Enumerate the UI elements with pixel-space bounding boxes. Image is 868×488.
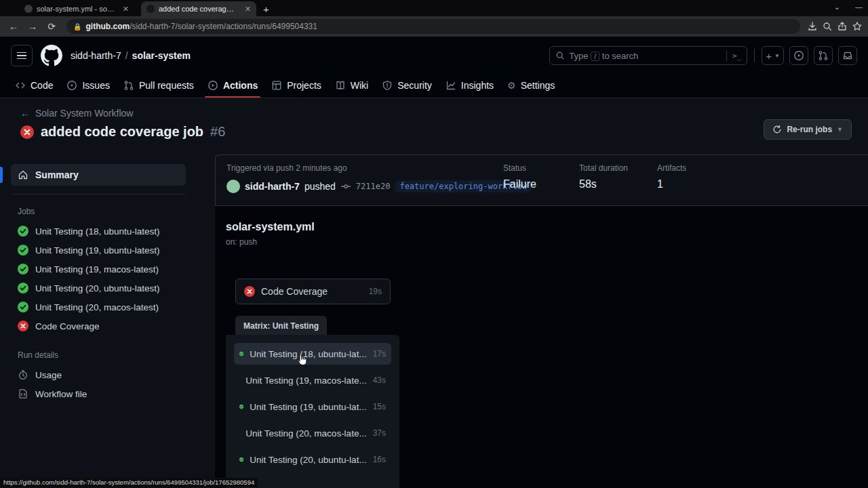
avatar[interactable] xyxy=(226,180,240,193)
active-indicator xyxy=(0,167,3,183)
gear-icon: ⚙ xyxy=(507,80,516,91)
run-header: ← Solar System Workflow added code cover… xyxy=(0,98,868,140)
duration-label: Total duration xyxy=(579,163,628,173)
code-icon xyxy=(15,80,26,91)
reload-button[interactable]: ⟳ xyxy=(43,21,60,32)
sidebar-job-item[interactable]: Unit Testing (19, macos-latest) xyxy=(11,260,204,279)
browser-tab-active[interactable]: added code coverage job - sidd ✕ xyxy=(141,1,256,16)
sidebar-job-item[interactable]: Unit Testing (19, ubuntu-latest) xyxy=(11,241,204,260)
job-duration: 19s xyxy=(369,287,382,296)
browser-tab-inactive[interactable]: solar-system.yml - solar-system ✕ xyxy=(19,1,134,16)
run-number: #6 xyxy=(210,124,225,140)
run-title: added code coverage job xyxy=(41,124,203,140)
tab-wiki[interactable]: Wiki xyxy=(328,75,375,98)
play-circle-icon xyxy=(208,80,218,91)
workflow-trigger: on: push xyxy=(226,237,868,247)
artifacts-label: Artifacts xyxy=(657,163,686,173)
tab-favicon xyxy=(24,5,33,13)
sidebar-job-item[interactable]: Unit Testing (18, ubuntu-latest) xyxy=(11,222,204,241)
tab-pull-requests[interactable]: Pull requests xyxy=(117,75,201,98)
search-placeholder: Type / to search xyxy=(569,51,638,61)
tab-projects[interactable]: Projects xyxy=(264,75,328,98)
zoom-icon[interactable] xyxy=(822,21,833,32)
job-duration: 15s xyxy=(373,402,386,411)
browser-status-bar: https://github.com/sidd-harth-7/solar-sy… xyxy=(0,478,258,487)
matrix-group-label: Matrix: Unit Testing xyxy=(235,316,327,336)
tab-close-icon[interactable]: ✕ xyxy=(245,5,251,14)
sidebar-job-item[interactable]: Unit Testing (20, macos-latest) xyxy=(11,298,204,317)
pull-request-icon xyxy=(818,50,829,61)
pull-requests-dashboard-button[interactable] xyxy=(814,46,833,65)
job-node-unit-testing[interactable]: Unit Testing (20, ubuntu-lat... 16s xyxy=(234,449,391,470)
github-logo[interactable] xyxy=(41,45,62,66)
issues-dashboard-button[interactable] xyxy=(789,46,808,65)
run-sidebar: Summary Jobs Unit Testing (18, ubuntu-la… xyxy=(0,155,215,488)
downloads-icon[interactable] xyxy=(807,21,818,32)
check-circle-icon xyxy=(239,348,243,359)
breadcrumb-owner[interactable]: sidd-harth-7 xyxy=(71,50,121,61)
tab-security[interactable]: Security xyxy=(375,75,439,98)
new-tab-button[interactable]: + xyxy=(256,3,276,16)
status-value: Failure xyxy=(503,178,536,190)
shield-icon xyxy=(382,80,393,91)
tab-actions[interactable]: Actions xyxy=(201,75,264,98)
caret-down-icon: ▼ xyxy=(837,126,843,133)
job-duration: 43s xyxy=(373,375,386,385)
tab-settings[interactable]: ⚙ Settings xyxy=(500,75,561,98)
back-button[interactable]: ← xyxy=(5,21,22,32)
job-node-unit-testing[interactable]: Unit Testing (18, ubuntu-lat... 17s xyxy=(234,343,391,365)
job-node-unit-testing[interactable]: Unit Testing (20, macos-late... 37s xyxy=(234,422,391,444)
sidebar-item-workflow-file[interactable]: Workflow file xyxy=(11,384,204,403)
actor-login[interactable]: sidd-harth-7 xyxy=(245,181,300,192)
check-circle-icon xyxy=(18,226,28,237)
create-new-button[interactable]: + ▼ xyxy=(762,46,784,65)
issue-opened-icon xyxy=(66,80,77,91)
file-code-icon xyxy=(18,388,28,399)
search-icon xyxy=(555,51,565,60)
notifications-button[interactable] xyxy=(838,46,857,65)
breadcrumb-repo[interactable]: solar-system xyxy=(132,50,191,61)
job-duration: 16s xyxy=(373,455,386,464)
github-header: sidd-harth-7 / solar-system Type / to se… xyxy=(0,37,868,75)
job-node-code-coverage[interactable]: Code Coverage 19s xyxy=(235,279,391,304)
forward-button[interactable]: → xyxy=(24,21,41,32)
sidebar-job-item[interactable]: Code Coverage xyxy=(11,317,204,336)
tab-code[interactable]: Code xyxy=(8,75,60,98)
tab-insights[interactable]: Insights xyxy=(439,75,500,98)
bookmark-star-icon[interactable] xyxy=(852,21,863,32)
tab-issues[interactable]: Issues xyxy=(60,75,116,98)
minimize-icon[interactable]: — xyxy=(855,3,863,12)
share-icon[interactable] xyxy=(837,21,848,32)
commit-sha[interactable]: 7211e20 xyxy=(356,182,391,191)
breadcrumb: sidd-harth-7 / solar-system xyxy=(71,50,191,61)
job-node-unit-testing[interactable]: Unit Testing (19, ubuntu-lat... 15s xyxy=(234,396,391,418)
mouse-cursor-pointer xyxy=(296,354,309,367)
check-circle-icon xyxy=(239,401,243,412)
job-duration: 37s xyxy=(373,428,386,438)
rerun-jobs-button[interactable]: Re-run jobs ▼ xyxy=(764,119,852,140)
tab-title: added code coverage job - sidd xyxy=(159,5,238,13)
sidebar-item-summary[interactable]: Summary xyxy=(11,164,186,186)
sidebar-job-item[interactable]: Unit Testing (20, ubuntu-latest) xyxy=(11,279,204,298)
matrix-group: Unit Testing (18, ubuntu-lat... 17s Unit… xyxy=(226,335,399,488)
browser-tab-bar: solar-system.yml - solar-system ✕ added … xyxy=(0,0,868,16)
hamburger-menu-button[interactable] xyxy=(11,45,33,66)
search-input[interactable]: Type / to search >_ xyxy=(549,46,747,65)
check-circle-icon xyxy=(18,283,28,293)
url-path: /sidd-harth-7/solar-system/actions/runs/… xyxy=(130,22,317,31)
home-icon xyxy=(18,169,28,180)
address-bar[interactable]: 🔒 github.com/sidd-harth-7/solar-system/a… xyxy=(66,19,800,34)
sync-icon xyxy=(772,125,782,134)
check-circle-icon xyxy=(239,454,243,465)
command-palette-icon[interactable]: >_ xyxy=(732,52,741,60)
workflow-back-link[interactable]: ← Solar System Workflow xyxy=(20,108,225,119)
tab-close-icon[interactable]: ✕ xyxy=(123,5,129,14)
repo-nav: Code Issues Pull requests Actions Projec… xyxy=(0,75,868,98)
job-node-unit-testing[interactable]: Unit Testing (19, macos-late... 43s xyxy=(234,369,391,391)
status-label: Status xyxy=(503,163,536,173)
graph-icon xyxy=(446,80,456,91)
chevron-down-icon[interactable]: ⌄ xyxy=(834,3,840,12)
check-circle-icon xyxy=(18,302,28,312)
sidebar-item-usage[interactable]: Usage xyxy=(11,365,204,384)
tab-title: solar-system.yml - solar-system xyxy=(37,5,116,13)
